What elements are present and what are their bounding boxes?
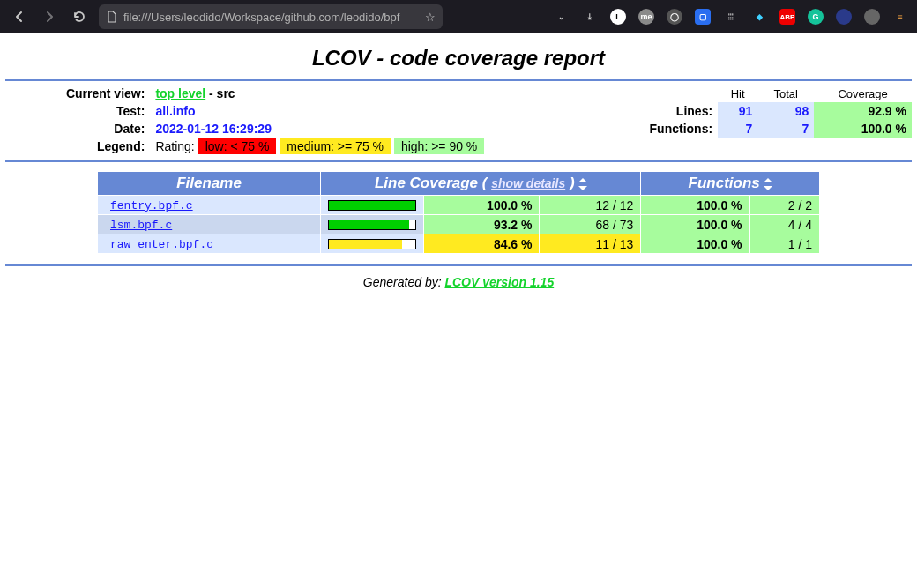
current-view-label: Current view: (5, 85, 150, 102)
funcs-coverage: 100.0 % (814, 120, 912, 138)
col-hit: Hit (718, 85, 757, 102)
footer: Generated by: LCOV version 1.15 (5, 268, 912, 296)
ext-icon-4[interactable]: ▢ (695, 9, 711, 25)
pocket-icon[interactable]: ⌄ (554, 9, 570, 25)
rule-mid (5, 160, 912, 162)
reload-button[interactable] (69, 6, 90, 27)
coverage-bar (328, 200, 416, 211)
th-filename[interactable]: Filename (98, 172, 320, 195)
breadcrumb: top level - src (150, 85, 355, 102)
line-count: 68 / 73 (540, 215, 640, 234)
ext-icon-5[interactable]: ⦙⦙⦙ (723, 9, 739, 25)
date-label: Date: (5, 120, 150, 138)
sort-icon[interactable] (764, 178, 772, 190)
ext-icon-6[interactable]: ◆ (751, 9, 767, 25)
lcov-version-link[interactable]: LCOV version 1.15 (444, 275, 554, 289)
date-value: 2022-01-12 16:29:29 (155, 122, 272, 136)
coverage-bar-cell (321, 234, 423, 253)
download-icon[interactable]: ⤓ (582, 9, 598, 25)
abp-icon[interactable]: ABP (779, 9, 795, 25)
funcs-hit: 7 (718, 120, 757, 138)
url-bar[interactable]: file:///Users/leodido/Workspace/github.c… (99, 4, 443, 29)
file-icon (106, 11, 118, 23)
func-count: 1 / 1 (750, 234, 819, 253)
test-value: all.info (155, 104, 195, 118)
col-coverage: Coverage (814, 85, 912, 102)
browser-chrome: file:///Users/leodido/Workspace/github.c… (0, 0, 917, 33)
ext-icon-3[interactable]: ◯ (667, 9, 682, 25)
legend-med: medium: >= 75 % (280, 138, 391, 154)
table-row: raw_enter.bpf.c84.6 %11 / 13100.0 %1 / 1 (98, 234, 819, 253)
coverage-bar (328, 220, 416, 230)
file-link[interactable]: lsm.bpf.c (110, 219, 172, 232)
coverage-bar (328, 239, 416, 249)
menu-icon[interactable]: ≡ (892, 9, 908, 25)
file-cell: fentry.bpf.c (98, 196, 320, 214)
func-count: 2 / 2 (750, 196, 819, 214)
summary-table: Current view: top level - src Hit Total … (5, 85, 912, 155)
legend-low: low: < 75 % (198, 138, 277, 154)
line-pct: 84.6 % (424, 234, 539, 253)
back-button[interactable] (9, 6, 30, 27)
th-functions[interactable]: Functions (641, 172, 819, 195)
star-icon[interactable]: ☆ (425, 11, 436, 24)
ext-icon-7[interactable] (836, 9, 852, 25)
page-title: LCOV - code coverage report (5, 37, 912, 78)
th-linecov[interactable]: Line Coverage ( show details ) (321, 172, 640, 195)
toolbar-extensions: ⌄ ⤓ L me ◯ ▢ ⦙⦙⦙ ◆ ABP G ≡ (554, 9, 908, 25)
table-row: lsm.bpf.c93.2 %68 / 73100.0 %4 / 4 (98, 215, 819, 234)
coverage-bar-cell (321, 196, 423, 214)
ext-icon-2[interactable]: me (638, 9, 654, 25)
coverage-bar-cell (321, 215, 423, 234)
sort-icon[interactable] (578, 178, 587, 190)
lines-total: 98 (757, 102, 814, 120)
legend-row: Rating: low: < 75 % medium: >= 75 % high… (150, 138, 912, 155)
funcs-total: 7 (757, 120, 814, 138)
file-cell: lsm.bpf.c (98, 215, 320, 234)
line-pct: 100.0 % (424, 196, 539, 214)
file-link[interactable]: raw_enter.bpf.c (110, 238, 213, 251)
test-label: Test: (5, 102, 150, 120)
page-content: LCOV - code coverage report Current view… (0, 33, 917, 300)
file-cell: raw_enter.bpf.c (98, 234, 320, 253)
col-total: Total (757, 85, 814, 102)
ext-icon-8[interactable] (864, 9, 880, 25)
line-count: 11 / 13 (540, 234, 640, 253)
func-pct: 100.0 % (641, 215, 749, 234)
show-details-link[interactable]: show details (491, 176, 565, 190)
table-row: fentry.bpf.c100.0 %12 / 12100.0 %2 / 2 (98, 196, 819, 214)
url-text: file:///Users/leodido/Workspace/github.c… (123, 11, 420, 24)
rule-top (5, 79, 912, 81)
files-table: Filename Line Coverage ( show details ) … (97, 171, 820, 254)
func-count: 4 / 4 (750, 215, 819, 234)
functions-label: Functions: (355, 120, 718, 138)
ext-icon-1[interactable]: L (610, 9, 626, 25)
lines-label: Lines: (355, 102, 718, 120)
legend-label: Legend: (5, 138, 150, 155)
lines-coverage: 92.9 % (814, 102, 912, 120)
generated-by-label: Generated by: (363, 275, 445, 289)
grammarly-icon[interactable]: G (808, 9, 824, 25)
line-count: 12 / 12 (540, 196, 640, 214)
rule-bottom (5, 264, 912, 266)
func-pct: 100.0 % (641, 234, 749, 253)
file-link[interactable]: fentry.bpf.c (110, 199, 193, 212)
forward-button[interactable] (39, 6, 60, 27)
lines-hit: 91 (718, 102, 757, 120)
legend-high: high: >= 90 % (394, 138, 484, 154)
func-pct: 100.0 % (641, 196, 749, 214)
line-pct: 93.2 % (424, 215, 539, 234)
top-level-link[interactable]: top level (155, 86, 205, 100)
breadcrumb-rest: - src (205, 86, 235, 100)
rating-label: Rating: (155, 139, 194, 153)
